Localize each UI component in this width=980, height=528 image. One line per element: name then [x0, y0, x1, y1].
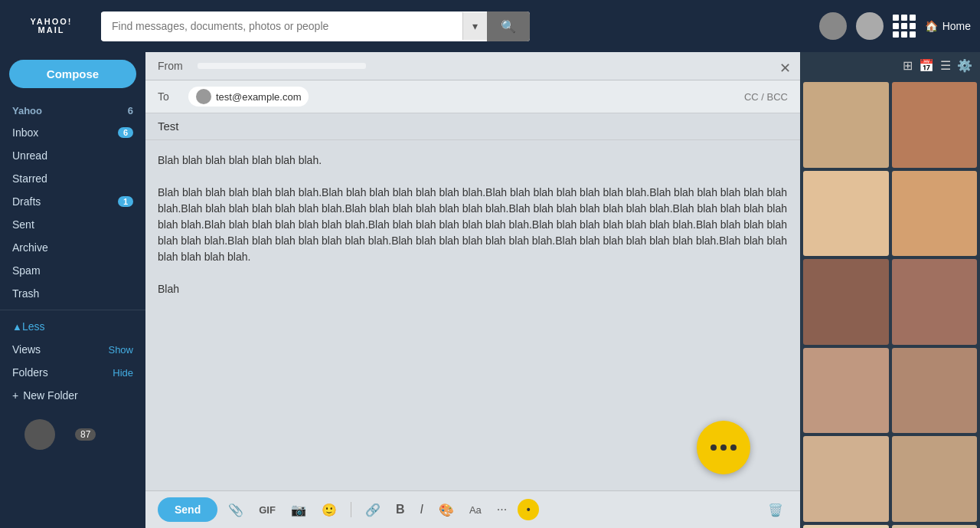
emoji-icon[interactable]: 🙂 [317, 500, 341, 520]
sidebar-item-spam[interactable]: Spam [0, 259, 145, 282]
sidebar-item-starred[interactable]: Starred [0, 167, 145, 190]
subject-input[interactable] [158, 120, 788, 133]
home-icon: 🏠 [925, 20, 938, 32]
sidebar-item-trash[interactable]: Trash [0, 282, 145, 305]
attach-icon[interactable]: 📎 [224, 500, 248, 520]
compose-from-row: From ✕ [145, 52, 800, 80]
sidebar-separator [0, 310, 145, 310]
to-chip[interactable]: test@example.com [188, 87, 309, 107]
body-paragraph-2: Blah blah blah blah blah blah blah.Blah … [158, 185, 788, 265]
gif-icon[interactable]: GIF [254, 501, 280, 519]
rp-color-cell [803, 171, 889, 257]
search-dropdown-button[interactable]: ▾ [462, 12, 487, 40]
rp-settings-icon[interactable]: ⚙️ [957, 58, 972, 73]
font-size-icon[interactable]: Aa [465, 501, 486, 519]
sidebar-item-inbox[interactable]: Inbox 6 [0, 121, 145, 144]
sidebar-item-less[interactable]: ▲ Less [0, 315, 145, 338]
sidebar-item-archive[interactable]: Archive [0, 236, 145, 259]
rp-color-cell [803, 348, 889, 434]
delete-button[interactable]: 🗑️ [763, 500, 788, 520]
rp-view-icon-2[interactable]: 📅 [919, 58, 934, 73]
rp-color-cell [803, 259, 889, 345]
toolbar-separator-1 [351, 502, 351, 517]
right-panel-toolbar: ⊞ 📅 ☰ ⚙️ [800, 52, 980, 79]
bold-icon[interactable]: B [391, 500, 410, 520]
rp-color-cell [892, 348, 978, 434]
dot-3 [730, 444, 737, 451]
compose-to-row: To test@example.com CC / BCC [145, 80, 800, 113]
new-folder-row[interactable]: + New Folder [0, 384, 145, 407]
rp-view-icon-1[interactable]: ⊞ [903, 58, 913, 73]
compose-button[interactable]: Compose [9, 60, 136, 88]
user-avatar-2[interactable] [856, 12, 884, 40]
compose-subject-row [145, 113, 800, 140]
from-value [198, 63, 366, 69]
to-email: test@example.com [216, 91, 301, 103]
cc-bcc-button[interactable]: CC / BCC [744, 91, 788, 103]
rp-color-cell [803, 525, 889, 529]
rp-color-cell [892, 259, 978, 345]
from-label: From [158, 60, 188, 72]
to-avatar [196, 89, 211, 104]
sidebar-bottom-badge: 87 [75, 428, 96, 441]
home-button[interactable]: 🏠 Home [925, 20, 971, 32]
topbar-right: 🏠 Home [819, 12, 971, 40]
sidebar-yahoo-section: Yahoo 6 [0, 100, 145, 121]
sidebar: Compose Yahoo 6 Inbox 6 Unread Starred D… [0, 52, 145, 528]
rp-color-cell [892, 436, 978, 522]
sidebar-views-row: Views Show [0, 338, 145, 361]
search-input[interactable] [101, 12, 462, 40]
send-button[interactable]: Send [158, 497, 217, 522]
sidebar-avatar [24, 419, 55, 450]
yahoo-mail-logo: YAHOO! MAIL [9, 18, 93, 34]
right-panel-grid [800, 79, 980, 528]
sidebar-item-drafts[interactable]: Drafts 1 [0, 190, 145, 213]
more-options-dot[interactable]: • [518, 499, 539, 520]
sidebar-item-unread[interactable]: Unread [0, 144, 145, 167]
toolbar-right: 🗑️ [763, 500, 788, 520]
close-button[interactable]: ✕ [779, 60, 791, 77]
italic-icon[interactable]: I [415, 500, 427, 520]
search-bar: ▾ 🔍 [101, 11, 530, 41]
to-label: To [158, 90, 181, 103]
rp-color-cell [803, 82, 889, 168]
rp-color-cell [892, 525, 978, 529]
search-button[interactable]: 🔍 [487, 11, 530, 41]
right-panel: ⊞ 📅 ☰ ⚙️ [800, 52, 980, 528]
color-icon[interactable]: 🎨 [434, 500, 459, 520]
more-options-bubble[interactable] [697, 421, 750, 474]
rp-color-cell [892, 82, 978, 168]
sidebar-item-sent[interactable]: Sent [0, 213, 145, 236]
body-paragraph-3: Blah [158, 281, 788, 297]
more-format-icon[interactable]: ··· [492, 500, 511, 520]
rp-color-cell [892, 171, 978, 257]
rp-color-cell [803, 436, 889, 522]
content-area: From ✕ To test@example.com CC / BCC Blah… [145, 52, 800, 528]
link-icon[interactable]: 🔗 [361, 500, 385, 520]
topbar: YAHOO! MAIL ▾ 🔍 🏠 Home [0, 0, 980, 52]
compose-toolbar: Send 📎 GIF 📷 🙂 🔗 B I 🎨 Aa ··· • 🗑️ [145, 490, 800, 528]
plus-icon: + [12, 389, 18, 402]
body-paragraph-1: Blah blah blah blah blah blah blah. [158, 152, 788, 169]
rp-view-icon-3[interactable]: ☰ [940, 58, 951, 73]
dot-2 [720, 444, 727, 451]
dot-1 [710, 444, 717, 451]
photo-icon[interactable]: 📷 [286, 500, 311, 520]
sidebar-folders-row: Folders Hide [0, 361, 145, 384]
apps-grid-icon[interactable] [893, 15, 916, 38]
main-layout: Compose Yahoo 6 Inbox 6 Unread Starred D… [0, 52, 980, 528]
user-avatar-1[interactable] [819, 12, 847, 40]
more-dots [710, 444, 737, 451]
